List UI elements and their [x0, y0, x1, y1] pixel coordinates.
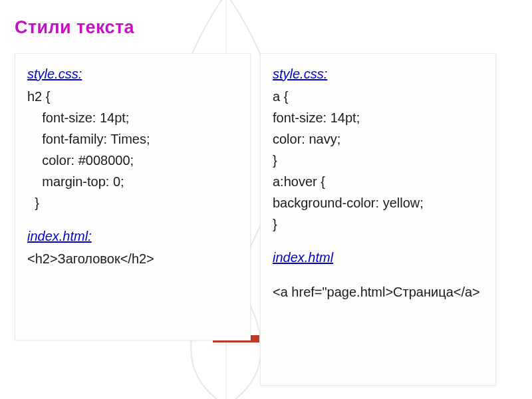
code-line: a:hover {: [273, 171, 483, 192]
right-html-file-label: index.html: [273, 247, 483, 268]
left-css-file-label: style.css:: [27, 63, 238, 84]
right-css-file-label: style.css:: [273, 63, 483, 84]
spacer: [273, 235, 483, 247]
code-line: color: navy;: [273, 128, 483, 150]
columns: style.css: h2 { font-size: 14pt; font-fa…: [15, 53, 496, 386]
left-html-file-label: index.html:: [27, 225, 238, 247]
code-line: font-size: 14pt;: [27, 107, 238, 128]
code-line: margin-top: 0;: [27, 171, 238, 192]
left-panel: style.css: h2 { font-size: 14pt; font-fa…: [15, 53, 251, 340]
code-line: color: #008000;: [27, 150, 238, 171]
slide-title: Стили текста: [15, 17, 134, 38]
code-line: font-family: Times;: [27, 128, 238, 150]
code-line: }: [273, 150, 483, 171]
code-line: <a href="page.html>Страница</a>: [273, 281, 483, 303]
code-line: font-size: 14pt;: [273, 107, 483, 128]
code-line: h2 {: [27, 86, 238, 107]
spacer: [27, 213, 238, 225]
code-line: a {: [273, 86, 483, 107]
right-panel: style.css: a { font-size: 14pt; color: n…: [260, 53, 496, 386]
code-line: background-color: yellow;: [273, 192, 483, 213]
spacer: [273, 269, 483, 281]
code-line: }: [27, 192, 238, 213]
slide: Стили текста style.css: h2 { font-size: …: [0, 0, 532, 399]
code-line: }: [273, 213, 483, 235]
code-line: <h2>Заголовок</h2>: [27, 248, 238, 269]
